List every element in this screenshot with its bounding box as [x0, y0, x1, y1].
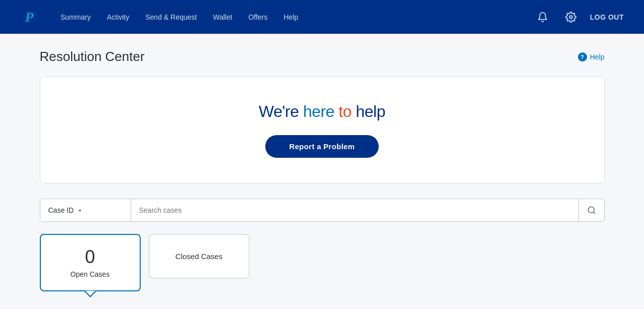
closed-cases-label: Closed Cases	[166, 247, 232, 266]
settings-gear-button[interactable]	[562, 8, 580, 26]
headline-help: help	[352, 102, 385, 120]
headline-here: here	[303, 102, 334, 120]
navbar: P Summary Activity Send & Request Wallet…	[0, 0, 644, 34]
paypal-logo-letter: P	[25, 9, 33, 25]
help-link[interactable]: ? Help	[578, 52, 605, 61]
svg-line-2	[593, 212, 595, 213]
open-cases-count: 0	[57, 247, 124, 267]
headline-to: to	[338, 102, 352, 120]
nav-link-activity[interactable]: Activity	[100, 9, 136, 25]
hero-card: We're here to help Report a Problem	[40, 77, 605, 183]
open-cases-label: Open Cases	[57, 270, 124, 278]
tab-open-cases[interactable]: 0 Open Cases	[40, 234, 141, 291]
nav-link-wallet[interactable]: Wallet	[206, 9, 239, 25]
nav-link-help[interactable]: Help	[276, 9, 305, 25]
chevron-down-icon: ▾	[79, 208, 81, 213]
nav-link-summary[interactable]: Summary	[53, 9, 98, 25]
page-container: Resolution Center ? Help We're here to h…	[20, 34, 625, 306]
nav-link-send-request[interactable]: Send & Request	[138, 9, 204, 25]
page-title: Resolution Center	[40, 49, 145, 65]
tab-closed-cases[interactable]: Closed Cases	[149, 234, 250, 279]
notification-bell-button[interactable]	[534, 8, 552, 26]
nav-link-offers[interactable]: Offers	[242, 9, 275, 25]
search-input[interactable]	[131, 199, 578, 221]
report-problem-button[interactable]: Report a Problem	[265, 135, 379, 158]
search-icon	[587, 206, 596, 215]
svg-point-0	[569, 16, 572, 19]
tabs-container: 0 Open Cases Closed Cases	[40, 234, 605, 291]
help-link-label: Help	[590, 53, 605, 61]
headline-we: We're	[259, 102, 303, 120]
page-header: Resolution Center ? Help	[40, 49, 605, 65]
paypal-logo[interactable]: P	[20, 8, 38, 26]
hero-headline: We're here to help	[61, 102, 584, 121]
nav-right-actions: LOG OUT	[534, 8, 624, 26]
search-dropdown-label: Case ID	[48, 206, 74, 214]
logout-button[interactable]: LOG OUT	[590, 13, 624, 21]
search-button[interactable]	[578, 199, 604, 221]
nav-links: Summary Activity Send & Request Wallet O…	[53, 9, 534, 25]
search-bar: Case ID ▾	[40, 199, 605, 222]
help-icon: ?	[578, 52, 587, 61]
search-filter-dropdown[interactable]: Case ID ▾	[40, 199, 131, 221]
